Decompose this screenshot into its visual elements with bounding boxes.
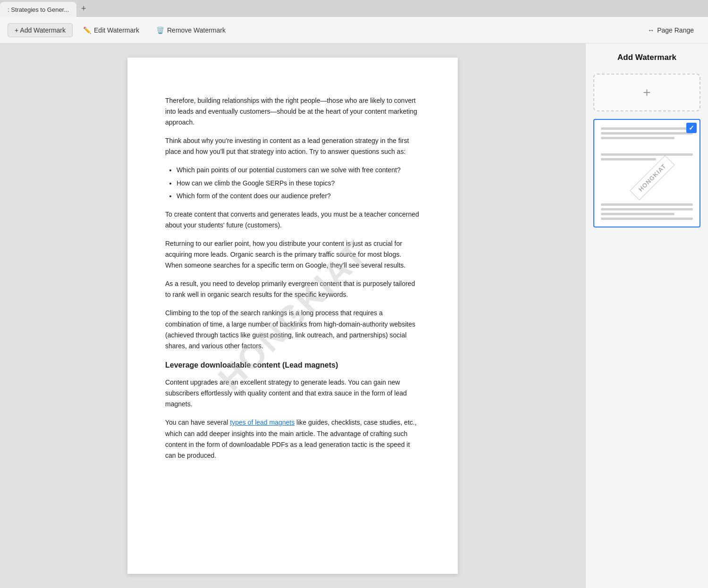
section-paragraph-2: You can have several types of lead magne…: [165, 417, 420, 461]
add-plus-icon: +: [643, 85, 650, 100]
main-layout: HONGKIAT Therefore, building relationshi…: [0, 43, 708, 588]
tab-label: : Strategies to Gener...: [8, 6, 69, 13]
preview-line: [601, 153, 693, 156]
section-paragraph-1: Content upgrades are an excellent strate…: [165, 377, 420, 410]
preview-line: [601, 137, 674, 139]
remove-watermark-label: Remove Watermark: [167, 26, 226, 34]
paragraph-5: As a result, you need to develop primari…: [165, 278, 420, 300]
preview-line: [601, 127, 693, 130]
edit-icon: ✏️: [83, 26, 91, 34]
watermark-preview-card[interactable]: ✓ HONGKIAT: [593, 119, 700, 227]
preview-line: [601, 203, 693, 206]
preview-line: [601, 213, 674, 215]
edit-watermark-button[interactable]: ✏️ Edit Watermark: [76, 24, 146, 37]
page-range-icon: ↔: [648, 26, 654, 34]
preview-line: [601, 132, 693, 134]
add-watermark-label: + Add Watermark: [15, 26, 66, 34]
section-heading: Leverage downloadable content (Lead magn…: [165, 359, 420, 371]
panel-title: Add Watermark: [593, 53, 700, 62]
tab-item[interactable]: : Strategies to Gener...: [0, 2, 76, 17]
add-watermark-box[interactable]: +: [593, 74, 700, 111]
bullet-item-1: Which pain points of our potential custo…: [177, 165, 420, 176]
paragraph-6: Climbing to the top of the search rankin…: [165, 308, 420, 351]
selected-checkmark: ✓: [686, 123, 697, 133]
new-tab-icon: +: [81, 4, 86, 14]
page-range-label: Page Range: [657, 26, 694, 34]
paragraph-4: Returning to our earlier point, how you …: [165, 238, 420, 271]
page-range-button[interactable]: ↔ Page Range: [641, 24, 700, 37]
page-content: Therefore, building relationships with t…: [165, 95, 420, 461]
add-watermark-button[interactable]: + Add Watermark: [8, 23, 73, 37]
preview-line: [601, 218, 693, 220]
lead-magnets-link[interactable]: types of lead magnets: [230, 419, 295, 426]
bullet-item-3: Which form of the content does our audie…: [177, 191, 420, 202]
trash-icon: 🗑️: [156, 26, 164, 34]
paragraph-2: Think about why you're investing in cont…: [165, 135, 420, 157]
edit-watermark-label: Edit Watermark: [94, 26, 139, 34]
tab-bar: : Strategies to Gener... +: [0, 0, 708, 17]
bullet-item-2: How can we climb the Google SERPs in the…: [177, 178, 420, 189]
preview-line: [601, 158, 656, 160]
right-panel: Add Watermark + ✓ HONGKIAT: [585, 43, 708, 588]
preview-lines-top: [594, 120, 700, 167]
document-area: HONGKIAT Therefore, building relationshi…: [0, 43, 585, 588]
toolbar: + Add Watermark ✏️ Edit Watermark 🗑️ Rem…: [0, 17, 708, 43]
paragraph-3: To create content that converts and gene…: [165, 209, 420, 231]
page-sheet: HONGKIAT Therefore, building relationshi…: [127, 58, 458, 574]
new-tab-button[interactable]: +: [76, 0, 91, 17]
paragraph-1: Therefore, building relationships with t…: [165, 95, 420, 128]
preview-line: [601, 208, 693, 210]
remove-watermark-button[interactable]: 🗑️ Remove Watermark: [150, 24, 232, 37]
preview-lines-bottom: [601, 203, 693, 220]
bullet-list: Which pain points of our potential custo…: [177, 165, 420, 201]
